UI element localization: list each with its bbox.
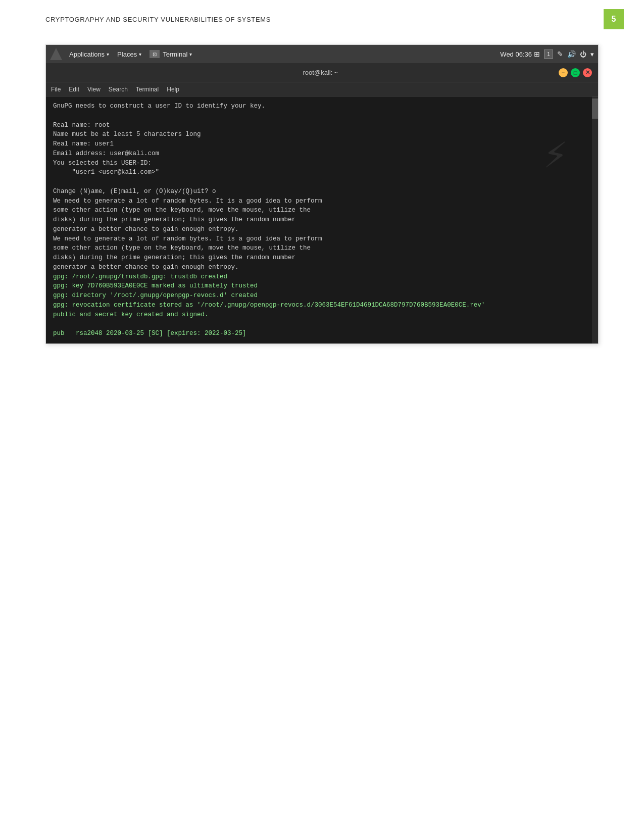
network-icon: ⊞ — [534, 50, 540, 58]
terminal-line: Name must be at least 5 characters long — [53, 130, 591, 139]
terminal-line: We need to generate a lot of random byte… — [53, 197, 591, 206]
terminal-line: pub rsa2048 2020-03-25 [SC] [expires: 20… — [53, 329, 591, 338]
terminal-content: GnuPG needs to construct a user ID to id… — [53, 102, 591, 338]
page-number-badge: 5 — [604, 9, 624, 29]
terminal-line: disks) during the prime generation; this… — [53, 253, 591, 263]
menu-icon[interactable]: ▾ — [590, 51, 594, 58]
terminal-line: gpg: /root/.gnupg/trustdb.gpg: trustdb c… — [53, 272, 591, 282]
taskbar-terminal[interactable]: ⊡ Terminal ▾ — [146, 49, 195, 59]
terminal-window: root@kali: ~ − □ ✕ File Edit View Search… — [46, 63, 598, 344]
terminal-title: root@kali: ~ — [82, 69, 559, 76]
terminal-body[interactable]: ⚡ GnuPG needs to construct a user ID to … — [46, 96, 598, 344]
edit-icon: ✎ — [557, 50, 563, 58]
menu-terminal[interactable]: Terminal — [136, 86, 159, 93]
terminal-line: gpg: revocation certificate stored as '/… — [53, 301, 591, 310]
taskbar-places[interactable]: Places ▾ — [114, 50, 144, 59]
terminal-line: Real name: root — [53, 121, 591, 130]
terminal-line: gpg: directory '/root/.gnupg/openpgp-rev… — [53, 291, 591, 301]
terminal-controls: − □ ✕ — [559, 68, 592, 77]
terminal-line: some other action (type on the keyboard,… — [53, 243, 591, 253]
taskbar: Applications ▾ Places ▾ ⊡ Terminal ▾ Wed… — [46, 45, 598, 63]
menu-help[interactable]: Help — [167, 86, 179, 93]
sound-icon: 🔊 — [567, 50, 576, 58]
terminal-line: You selected this USER-ID: — [53, 159, 591, 168]
menu-view[interactable]: View — [87, 86, 101, 93]
taskbar-clock: Wed 06:36 — [500, 51, 532, 58]
kali-logo-icon — [50, 48, 62, 60]
terminal-line: We need to generate a lot of random byte… — [53, 234, 591, 244]
terminal-line: gpg: key 7D760B593EA0E0CE marked as ulti… — [53, 281, 591, 291]
scrollbar[interactable] — [592, 96, 598, 344]
close-button[interactable]: ✕ — [583, 68, 592, 77]
minimize-button[interactable]: − — [559, 68, 568, 77]
terminal-line — [53, 319, 591, 329]
applications-chevron-icon: ▾ — [107, 52, 109, 57]
workspace-badge[interactable]: 1 — [544, 50, 553, 59]
terminal-icon: ⊡ — [150, 50, 160, 58]
page-header: CRYPTOGRAPHY AND SECURITY VULNERABILITIE… — [0, 0, 644, 34]
terminal-line: "user1 <user@kali.com>" — [53, 168, 591, 177]
places-chevron-icon: ▾ — [139, 52, 141, 57]
menu-edit[interactable]: Edit — [69, 86, 79, 93]
terminal-titlebar: root@kali: ~ − □ ✕ — [46, 63, 598, 82]
terminal-line: generator a better chance to gain enough… — [53, 225, 591, 234]
power-icon: ⏻ — [580, 51, 586, 58]
terminal-chevron-icon: ▾ — [189, 52, 192, 57]
page-title: CRYPTOGRAPHY AND SECURITY VULNERABILITIE… — [45, 16, 271, 23]
taskbar-applications[interactable]: Applications ▾ — [66, 50, 112, 59]
screenshot-container: Applications ▾ Places ▾ ⊡ Terminal ▾ Wed… — [45, 44, 599, 344]
menu-file[interactable]: File — [51, 86, 61, 93]
terminal-menubar: File Edit View Search Terminal Help — [46, 82, 598, 96]
terminal-line: some other action (type on the keyboard,… — [53, 206, 591, 215]
terminal-line — [53, 111, 591, 121]
terminal-line: GnuPG needs to construct a user ID to id… — [53, 102, 591, 111]
terminal-line — [53, 177, 591, 187]
menu-search[interactable]: Search — [109, 86, 128, 93]
terminal-line: Change (N)ame, (E)mail, or (O)kay/(Q)uit… — [53, 187, 591, 197]
taskbar-right: ⊞ 1 ✎ 🔊 ⏻ ▾ — [534, 50, 594, 59]
terminal-line: generator a better chance to gain enough… — [53, 263, 591, 272]
maximize-button[interactable]: □ — [571, 68, 580, 77]
scrollbar-thumb[interactable] — [592, 99, 598, 119]
terminal-line: disks) during the prime generation; this… — [53, 215, 591, 225]
terminal-line: Real name: user1 — [53, 139, 591, 149]
terminal-line: public and secret key created and signed… — [53, 310, 591, 320]
terminal-line: Email address: user@kali.com — [53, 149, 591, 159]
